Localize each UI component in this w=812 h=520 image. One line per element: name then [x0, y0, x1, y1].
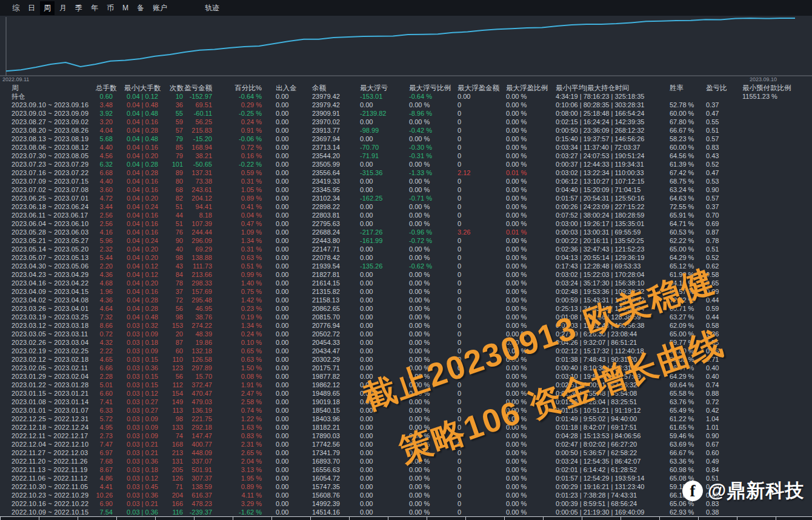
col-header-dd_pct[interactable]: 最大浮亏比例	[406, 84, 454, 92]
menu-item-账户[interactable]: 账户	[149, 1, 171, 15]
cell-balance: 23979.42	[309, 92, 358, 101]
cell-inout: 0.00	[263, 381, 309, 389]
col-header-fp[interactable]: 最大浮盈金额	[454, 84, 503, 92]
table-row[interactable]: 持仓0.600.04 | 0.1210-152.97-0.64 %0.00239…	[0, 92, 812, 101]
menu-item-综[interactable]: 综	[8, 1, 23, 15]
table-row[interactable]: 2023.09.10 ~ 2023.09.163.480.04 | 0.4836…	[0, 101, 812, 109]
table-row[interactable]: 2022.12.11 ~ 2022.12.172.730.03 | 0.0974…	[0, 432, 812, 440]
table-row[interactable]: 2023.07.30 ~ 2023.08.054.560.04 | 0.2079…	[0, 152, 812, 160]
table-row[interactable]: 2022.12.04 ~ 2022.12.107.470.03 | 0.2116…	[0, 440, 812, 448]
table-row[interactable]: 2023.08.06 ~ 2023.08.124.400.04 | 0.1685…	[0, 143, 812, 152]
col-header-inout[interactable]: 出入金	[263, 84, 309, 92]
menu-item-日[interactable]: 日	[24, 1, 39, 15]
table-row[interactable]: 2023.04.23 ~ 2023.04.294.360.04 | 0.1284…	[0, 270, 812, 279]
cell-dd_pct: 0.00 %	[406, 364, 454, 372]
cell-minmax: 0.03 | 0.15	[115, 372, 170, 381]
cell-win: 72.55 %	[667, 202, 703, 211]
table-row[interactable]: 2023.04.02 ~ 2023.04.084.360.04 | 0.2872…	[0, 296, 812, 304]
col-header-win[interactable]: 胜率	[667, 84, 703, 92]
table-row[interactable]: 2023.01.01 ~ 2023.01.076.330.03 | 0.2711…	[0, 406, 812, 415]
table-row[interactable]: 2023.07.23 ~ 2023.07.296.320.04 | 0.2810…	[0, 160, 812, 168]
cell-ratio: 0.44	[703, 296, 739, 304]
cell-dd_pct: -0.62 %	[406, 262, 454, 270]
cell-margin	[739, 457, 812, 465]
col-header-ratio[interactable]: 盈亏比	[703, 84, 739, 92]
cell-times: 0:02:48 | 19:53:36 | 109:38:22	[553, 287, 667, 296]
cell-ratio: 1.36	[703, 330, 739, 338]
menu-item-月[interactable]: 月	[56, 1, 70, 15]
table-row[interactable]: 2023.07.09 ~ 2023.07.154.400.04 | 0.1680…	[0, 177, 812, 185]
cell-times: 0:02:12 | 15:17:32 | 112:40:18	[553, 347, 667, 355]
table-row[interactable]: 2022.10.09 ~ 2022.10.157.540.03 | 0.3611…	[0, 508, 812, 516]
menu-item-币[interactable]: 币	[103, 1, 118, 15]
table-row[interactable]: 2023.08.20 ~ 2023.08.264.040.04 | 0.2857…	[0, 126, 812, 135]
cell-minmax: 0.04 | 0.16	[115, 228, 170, 236]
cell-minmax: 0.04 | 0.24	[115, 236, 170, 245]
menu-item-轨迹[interactable]: 轨迹	[201, 1, 223, 15]
col-header-minmax[interactable]: 最小|大手数	[115, 84, 170, 92]
col-header-pl_pct[interactable]: 百分比%	[213, 84, 263, 92]
cell-balance: 23697.94	[309, 135, 358, 143]
table-row[interactable]: 2023.08.13 ~ 2023.08.195.680.04 | 0.4879…	[0, 135, 812, 143]
table-row[interactable]: 2022.12.18 ~ 2022.12.244.950.03 | 0.0913…	[0, 423, 812, 432]
cell-date: 2023.02.05 ~ 2023.02.11	[0, 364, 96, 372]
cell-times: 0:01:16 | 8:28:04 | 83:25:51	[553, 398, 667, 406]
table-row[interactable]: 2023.02.26 ~ 2023.03.044.320.03 | 0.1887…	[0, 338, 812, 347]
cell-lots: 2.28	[96, 372, 115, 381]
menu-item-备[interactable]: 备	[133, 1, 148, 15]
col-header-margin[interactable]: 最小预付款比例	[739, 84, 812, 92]
table-row[interactable]: 2023.06.18 ~ 2023.06.243.440.04 | 0.2451…	[0, 202, 812, 211]
col-header-date[interactable]: 周	[0, 84, 96, 92]
table-row[interactable]: 2023.01.22 ~ 2023.01.285.010.03 | 0.1511…	[0, 381, 812, 389]
table-row[interactable]: 2023.05.14 ~ 2023.05.202.320.04 | 0.2040…	[0, 245, 812, 253]
col-header-lots[interactable]: 总手数	[96, 84, 115, 92]
menu-item-季[interactable]: 季	[72, 1, 86, 15]
cell-minmax: 0.04 | 0.12	[115, 270, 170, 279]
cell-date: 2023.01.15 ~ 2023.01.21	[0, 389, 96, 398]
table-row[interactable]: 2023.01.29 ~ 2023.02.042.280.03 | 0.1556…	[0, 372, 812, 381]
table-row[interactable]: 2023.05.28 ~ 2023.06.034.160.04 | 0.1676…	[0, 228, 812, 236]
menu-item-周[interactable]: 周	[40, 1, 55, 15]
col-header-fp_pct[interactable]: 最大浮盈比例	[503, 84, 553, 92]
table-row[interactable]: 2023.06.11 ~ 2023.06.172.560.04 | 0.1644…	[0, 211, 812, 219]
cell-times: 0:10:06 | 80:28:35 | 303:28:31	[553, 101, 667, 109]
table-row[interactable]: 2023.07.02 ~ 2023.07.083.600.04 | 0.1668…	[0, 185, 812, 194]
table-row[interactable]: 2022.11.20 ~ 2022.11.267.680.03 | 0.3613…	[0, 457, 812, 465]
table-row[interactable]: 2023.05.07 ~ 2023.05.135.440.04 | 0.2098…	[0, 253, 812, 262]
table-row[interactable]: 2023.03.05 ~ 2023.03.110.720.03 | 0.0920…	[0, 330, 812, 338]
table-row[interactable]: 2023.07.16 ~ 2023.07.226.680.04 | 0.2889…	[0, 168, 812, 177]
table-row[interactable]: 2023.09.03 ~ 2023.09.093.920.04 | 0.4855…	[0, 109, 812, 118]
table-row[interactable]: 2023.02.12 ~ 2023.02.184.650.03 | 0.1511…	[0, 355, 812, 364]
table-row[interactable]: 2023.03.26 ~ 2023.04.014.640.04 | 0.2856…	[0, 304, 812, 313]
table-row[interactable]: 2023.04.09 ~ 2023.04.151.960.04 | 0.1637…	[0, 287, 812, 296]
table-row[interactable]: 2023.05.21 ~ 2023.05.275.960.04 | 0.2490…	[0, 236, 812, 245]
table-row[interactable]: 2023.02.19 ~ 2023.02.252.220.03 | 0.0960…	[0, 347, 812, 355]
col-header-count[interactable]: 次数	[170, 84, 184, 92]
menu-item-M[interactable]: M	[119, 2, 132, 14]
cell-pl: 137.31	[184, 168, 213, 177]
cell-pl_pct: 1.34 %	[213, 321, 263, 330]
menu-item-年[interactable]: 年	[87, 1, 102, 15]
table-row[interactable]: 2023.06.25 ~ 2023.07.014.720.04 | 0.2082…	[0, 194, 812, 202]
table-row[interactable]: 2023.01.15 ~ 2023.01.216.600.03 | 0.1215…	[0, 389, 812, 398]
cell-times: 0:04:40 | 15:20:09 | 71:04:15	[553, 185, 667, 194]
table-row[interactable]: 2023.04.16 ~ 2023.04.224.680.04 | 0.2078…	[0, 279, 812, 287]
table-row[interactable]: 2023.01.08 ~ 2023.01.147.410.03 | 0.2714…	[0, 398, 812, 406]
table-row[interactable]: 2023.02.05 ~ 2023.02.116.660.03 | 0.3612…	[0, 364, 812, 372]
col-header-dd[interactable]: 最大浮亏	[358, 84, 406, 92]
table-row[interactable]: 2023.03.19 ~ 2023.03.257.320.04 | 0.4898…	[0, 313, 812, 321]
cell-dd_pct: 0.00 %	[406, 372, 454, 381]
table-row[interactable]: 2022.12.25 ~ 2022.12.315.720.03 | 0.0998…	[0, 415, 812, 423]
table-row[interactable]: 2023.03.12 ~ 2023.03.188.660.03 | 0.3215…	[0, 321, 812, 330]
cell-fp_pct: 0.00 %	[503, 194, 553, 202]
table-row[interactable]: 2023.08.27 ~ 2023.09.023.200.04 | 0.1659…	[0, 118, 812, 126]
col-header-pl[interactable]: 盈亏金额	[184, 84, 213, 92]
table-row[interactable]: 2023.06.04 ~ 2023.06.102.560.04 | 0.1651…	[0, 219, 812, 228]
cell-win: 63.69 %	[667, 440, 703, 448]
table-row[interactable]: 2023.04.30 ~ 2023.05.062.200.04 | 0.1243…	[0, 262, 812, 270]
cell-minmax: 0.03 | 0.32	[115, 321, 170, 330]
table-row[interactable]: 2022.11.13 ~ 2022.11.198.670.03 | 0.1820…	[0, 465, 812, 474]
col-header-times[interactable]: 最小|平均|最大持仓时间	[553, 84, 667, 92]
col-header-balance[interactable]: 余额	[309, 84, 358, 92]
table-row[interactable]: 2022.11.27 ~ 2022.12.036.970.03 | 0.2121…	[0, 448, 812, 457]
